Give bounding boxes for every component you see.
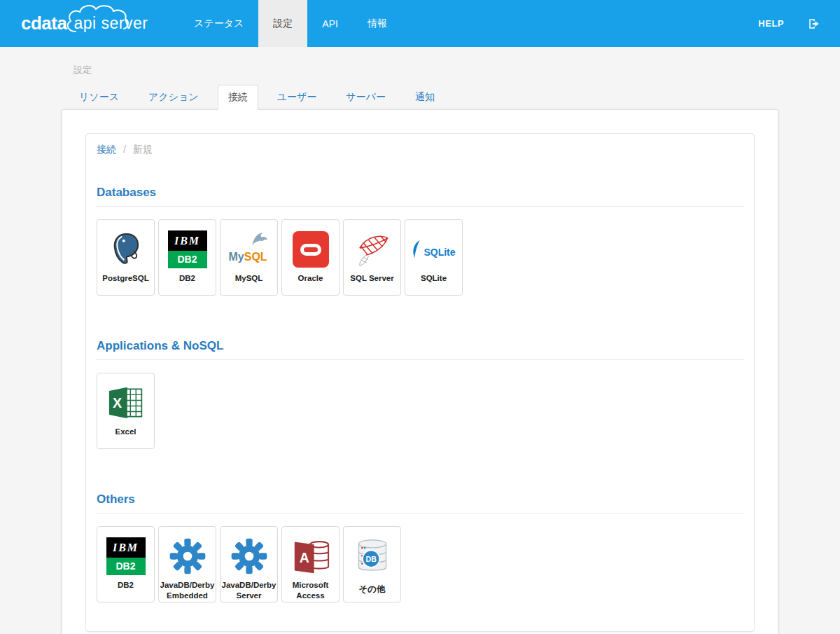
settings-tabs: リソース アクション 接続 ユーザー サーバー 通知 (69, 85, 840, 109)
feather-icon (412, 238, 422, 261)
tab-content-card: 接続 / 新規 Databases Postgr (62, 109, 778, 634)
connection-tile-microsoft-access[interactable]: A Microsoft Access (281, 526, 340, 602)
connection-tile-other[interactable]: DB その他 (343, 526, 401, 602)
sql-server-icon (352, 230, 393, 269)
connection-tile-sqlite[interactable]: SQLite SQLite (405, 219, 463, 296)
breadcrumb-separator: / (123, 144, 126, 155)
nav-item-api[interactable]: API (307, 0, 353, 47)
oracle-icon (293, 231, 329, 268)
nav-item-settings[interactable]: 設定 (258, 0, 307, 47)
section-divider (97, 359, 743, 360)
connections-panel: 接続 / 新規 Databases Postgr (85, 133, 755, 632)
mysql-icon: MySQL (227, 231, 271, 268)
connection-tile-db2-other[interactable]: IBM DB2 DB2 (97, 526, 155, 602)
section-others: Others IBM DB2 DB2 (97, 492, 743, 602)
help-link[interactable]: HELP (758, 18, 784, 29)
ibm-db2-icon: IBM DB2 (106, 537, 146, 575)
tab-users[interactable]: ユーザー (267, 85, 328, 110)
breadcrumb-current-new: 新規 (133, 144, 153, 155)
generic-database-icon: DB (353, 537, 392, 575)
tab-resources[interactable]: リソース (69, 85, 130, 110)
connection-tile-postgresql[interactable]: PostgreSQL (97, 219, 155, 296)
top-nav: ステータス 設定 API 情報 (179, 0, 402, 47)
section-divider (97, 206, 743, 207)
ibm-db2-icon: IBM DB2 (168, 230, 207, 268)
connection-tile-mysql[interactable]: MySQL MySQL (220, 219, 278, 296)
connection-tile-sql-server[interactable]: SQL Server (343, 219, 401, 296)
nav-item-info[interactable]: 情報 (353, 0, 402, 47)
connection-tile-javadb-derby-embedded[interactable]: JavaDB/Derby Embedded (158, 526, 216, 602)
connection-tile-db2[interactable]: IBM DB2 DB2 (158, 219, 216, 296)
gear-icon (169, 537, 206, 575)
product-logo-text: api server (74, 14, 148, 32)
postgresql-icon (108, 231, 144, 268)
logout-icon[interactable] (808, 18, 820, 30)
section-divider (97, 513, 743, 514)
section-title: Others (97, 492, 743, 506)
app-header: cdata api server ステータス 設定 API 情報 HELP (0, 0, 840, 47)
breadcrumb: 設定 (74, 64, 840, 76)
nav-item-status[interactable]: ステータス (179, 0, 258, 47)
section-title: Applications & NoSQL (97, 339, 743, 353)
breadcrumb-connections-link[interactable]: 接続 (97, 144, 116, 155)
tab-server[interactable]: サーバー (335, 85, 396, 110)
dolphin-icon (251, 231, 270, 247)
connection-tile-javadb-derby-server[interactable]: JavaDB/Derby Server (220, 526, 278, 602)
app-logo: cdata api server (0, 0, 167, 47)
gear-icon (230, 537, 268, 575)
tab-connections[interactable]: 接続 (218, 85, 258, 110)
panel-breadcrumb: 接続 / 新規 (97, 144, 743, 156)
connection-tile-oracle[interactable]: Oracle (281, 219, 340, 296)
sqlite-icon: SQLite (412, 238, 455, 261)
brand-logo-text: cdata (21, 13, 66, 34)
section-databases: Databases PostgreSQL (97, 186, 743, 296)
section-applications-nosql: Applications & NoSQL X Excel (97, 339, 743, 449)
svg-text:A: A (299, 550, 309, 565)
section-title: Databases (97, 186, 743, 200)
tab-notifications[interactable]: 通知 (405, 85, 445, 110)
excel-icon: X (107, 385, 145, 420)
connection-tile-excel[interactable]: X Excel (97, 373, 155, 449)
access-icon: A (290, 538, 331, 574)
svg-text:X: X (112, 395, 121, 411)
tab-actions[interactable]: アクション (138, 85, 209, 110)
svg-text:DB: DB (365, 555, 377, 563)
